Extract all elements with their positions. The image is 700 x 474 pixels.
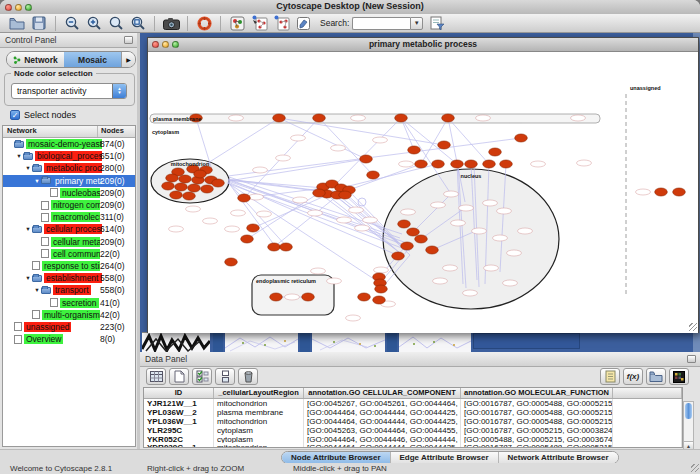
browser-tab[interactable]: Edge Attribute Browser: [391, 452, 499, 463]
tree-row-count: 558(0): [100, 285, 125, 295]
table-cell: YPL036W__2: [144, 408, 214, 417]
tree-row[interactable]: ▼cellular process614(0): [3, 223, 135, 235]
search-input[interactable]: [352, 17, 410, 30]
table-row[interactable]: YDR039C__1mitochondrion[GO:0044464, GO:0…: [144, 443, 682, 448]
table-column-header[interactable]: annotation.GO CELLULAR_COMPONENT: [304, 388, 461, 398]
select-nodes-row: ✓ Select nodes: [10, 110, 76, 120]
help-ring-button[interactable]: [195, 15, 213, 32]
tab-mosaic[interactable]: Mosaic: [64, 52, 121, 67]
app-resize-grip[interactable]: [691, 464, 699, 472]
tree-row-count: 209(0): [100, 237, 125, 247]
table-row[interactable]: YPL036W__2plasma membrane[GO:0044464, GO…: [144, 408, 682, 417]
background-window-fragment[interactable]: [142, 332, 210, 352]
zoom-in-button[interactable]: [85, 15, 103, 32]
network-canvas[interactable]: plasma membranecytoplasmmitochondrionnuc…: [148, 52, 698, 333]
tree-expander-icon[interactable]: ▼: [33, 287, 41, 293]
background-window-edge[interactable]: [300, 332, 310, 352]
tree-expander-icon[interactable]: ▼: [24, 165, 32, 171]
network-view-window[interactable]: primary metabolic process plasma membran…: [147, 37, 699, 333]
network-window-titlebar[interactable]: primary metabolic process: [148, 38, 698, 52]
table-cell: YLR295C: [144, 426, 214, 435]
table-row[interactable]: YPL036W__1mitochondrion[GO:0044464, GO:0…: [144, 417, 682, 426]
unselect-attributes-button[interactable]: [215, 368, 235, 385]
tree-row[interactable]: unassigned223(0): [3, 321, 135, 333]
tree-row[interactable]: ▼primary metabolic proc209(0): [3, 175, 135, 187]
tree-row[interactable]: cell communication22(0): [3, 248, 135, 260]
table-row[interactable]: YLR295Ccytoplasm[GO:0045263, GO:0044464,…: [144, 426, 682, 435]
open-session-button[interactable]: [8, 15, 26, 32]
tree-expander-icon[interactable]: ▼: [24, 275, 32, 281]
tree-row[interactable]: nitrogen compound m209(0): [3, 199, 135, 211]
table-row[interactable]: YJR121W__1mitochondrion[GO:0045267, GO:0…: [144, 399, 682, 408]
app-titlebar[interactable]: Cytoscape Desktop (New Session): [0, 0, 700, 15]
tree-row[interactable]: nucleobase-containing209(0): [3, 187, 135, 199]
tree-row-label: multi-organism proces: [42, 310, 100, 320]
tree-col-nodes[interactable]: Nodes: [98, 126, 135, 137]
snapshot-camera-button[interactable]: [162, 15, 180, 32]
tree-col-network[interactable]: Network: [3, 126, 98, 137]
zoom-fit-button[interactable]: [107, 15, 125, 32]
background-window-fragment[interactable]: [312, 332, 385, 352]
background-window-edge[interactable]: [213, 332, 223, 352]
table-column-header[interactable]: _cellularLayoutRegion: [214, 388, 304, 398]
table-column-header[interactable]: annotation.GO MOLECULAR_FUNCTION: [461, 388, 613, 398]
table-row[interactable]: YKR052Ccytoplasm[GO:0044464, GO:0044446,…: [144, 435, 682, 444]
select-nodes-checkbox[interactable]: ✓: [10, 110, 20, 120]
search-filter-button[interactable]: [428, 15, 446, 32]
tree-row[interactable]: ▼metabolic process280(0): [3, 162, 135, 174]
zoom-out-button[interactable]: [63, 15, 81, 32]
tree-row-label: Overview: [24, 334, 63, 344]
notes-button[interactable]: [600, 368, 620, 385]
new-attribute-button[interactable]: [169, 368, 189, 385]
tree-row-count: 41(0): [100, 298, 120, 308]
browser-tab[interactable]: Network Attribute Browser: [499, 452, 618, 463]
table-cell: plasma membrane: [214, 408, 304, 417]
tree-row[interactable]: ▼establishment of local558(0): [3, 272, 135, 284]
table-column-header[interactable]: [613, 388, 682, 398]
layout-settings-button[interactable]: [272, 15, 290, 32]
float-panel-icon[interactable]: [124, 36, 133, 44]
annotation-button[interactable]: [294, 15, 312, 32]
background-window-fragment[interactable]: [399, 332, 471, 352]
tree-row[interactable]: ▼transport558(0): [3, 284, 135, 296]
attribute-matrix-button[interactable]: [669, 368, 689, 385]
tree-expander-icon[interactable]: ▼: [24, 226, 32, 232]
tree-row[interactable]: mosaic-demo-yeast874(0): [3, 138, 135, 150]
formula-button[interactable]: f(x): [623, 368, 643, 385]
tab-network[interactable]: Network: [7, 52, 64, 67]
apply-layout-button[interactable]: [250, 15, 268, 32]
tree-row[interactable]: secretion41(0): [3, 296, 135, 308]
background-window-fragment[interactable]: [225, 332, 298, 352]
window-resize-grip[interactable]: [689, 323, 697, 331]
attribute-table-button[interactable]: [146, 368, 166, 385]
zoom-selected-button[interactable]: [129, 15, 147, 32]
tree-row[interactable]: response to stimulus264(0): [3, 260, 135, 272]
save-session-button[interactable]: [30, 15, 48, 32]
select-attributes-button[interactable]: [192, 368, 212, 385]
network-graph[interactable]: plasma membranecytoplasmmitochondrionnuc…: [148, 52, 698, 333]
tree-row[interactable]: multi-organism proces42(0): [3, 309, 135, 321]
tree-row-count: 209(0): [100, 176, 125, 186]
tree-row[interactable]: Overview8(0): [3, 333, 135, 345]
scrollbar-thumb[interactable]: [685, 403, 692, 419]
tree-row[interactable]: cellular metabolic pro209(0): [3, 236, 135, 248]
vizmapper-button[interactable]: [228, 15, 246, 32]
delete-attribute-button[interactable]: [238, 368, 258, 385]
table-cell: [613, 417, 682, 426]
data-panel-title: Data Panel: [145, 354, 187, 364]
tree-row[interactable]: ▼biological_process651(0): [3, 150, 135, 162]
table-cell: [GO:0044464, GO:0044444, GO:0044425, G..…: [304, 443, 461, 448]
tree-expander-icon[interactable]: ▼: [33, 178, 41, 184]
background-window-edge[interactable]: [387, 332, 397, 352]
table-column-header[interactable]: ID: [144, 388, 214, 398]
browser-tab[interactable]: Node Attribute Browser: [282, 452, 391, 463]
folder-icon: [32, 275, 42, 282]
tab-overflow-arrow[interactable]: ▶: [121, 52, 135, 67]
node-color-select[interactable]: transporter activity ▲▼: [11, 83, 127, 99]
background-window-titlebar[interactable]: [473, 333, 580, 349]
float-panel-icon[interactable]: [687, 355, 696, 363]
tree-expander-icon[interactable]: ▼: [15, 153, 23, 159]
tree-row[interactable]: macromolecule311(0): [3, 211, 135, 223]
search-dropdown-button[interactable]: ▼: [410, 17, 423, 30]
import-attributes-button[interactable]: [646, 368, 666, 385]
